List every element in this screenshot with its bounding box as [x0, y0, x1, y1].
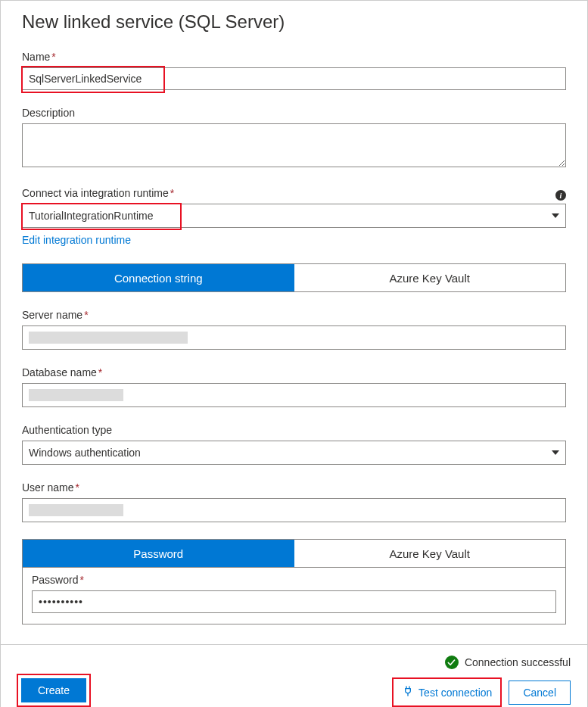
edit-runtime-link[interactable]: Edit integration runtime [22, 234, 131, 246]
connect-via-label: Connect via integration runtime* [22, 187, 174, 199]
connection-tabset: Connection string Azure Key Vault [22, 263, 566, 292]
page-title: New linked service (SQL Server) [22, 11, 566, 33]
chevron-down-icon [552, 213, 559, 218]
success-check-icon [445, 656, 459, 669]
tab-connection-string[interactable]: Connection string [23, 264, 294, 291]
test-connection-label: Test connection [418, 687, 492, 699]
redacted-placeholder [29, 504, 123, 516]
create-button[interactable]: Create [21, 678, 86, 702]
chevron-down-icon [552, 450, 559, 455]
tab-password-akv[interactable]: Azure Key Vault [294, 540, 566, 567]
server-name-input[interactable] [22, 325, 566, 350]
auth-type-select[interactable]: Windows authentication [22, 441, 566, 465]
tab-azure-key-vault[interactable]: Azure Key Vault [294, 264, 566, 291]
auth-type-label: Authentication type [22, 424, 566, 436]
runtime-value: TutorialIntegrationRuntime [29, 210, 153, 222]
plug-icon [402, 685, 414, 699]
auth-type-value: Windows authentication [29, 447, 141, 459]
password-tabset: Password Azure Key Vault [22, 539, 566, 568]
user-name-label: User name* [22, 481, 566, 494]
server-name-label: Server name* [22, 309, 566, 321]
redacted-placeholder [29, 389, 123, 401]
redacted-placeholder [29, 332, 188, 344]
cancel-button[interactable]: Cancel [509, 681, 571, 705]
description-input[interactable] [22, 123, 566, 167]
description-label: Description [22, 107, 566, 119]
name-label: Name* [22, 51, 566, 63]
name-input[interactable] [22, 67, 566, 90]
tab-password[interactable]: Password [23, 540, 294, 567]
test-connection-button[interactable]: Test connection [396, 681, 498, 704]
database-name-input[interactable] [22, 383, 566, 407]
password-label: Password* [32, 574, 556, 586]
info-icon[interactable]: i [555, 190, 566, 201]
status-text: Connection successful [465, 656, 571, 668]
connection-status: Connection successful [445, 656, 571, 669]
database-name-label: Database name* [22, 366, 566, 378]
password-input[interactable] [32, 590, 556, 613]
user-name-input[interactable] [22, 498, 566, 522]
runtime-select[interactable]: TutorialIntegrationRuntime [22, 204, 566, 228]
